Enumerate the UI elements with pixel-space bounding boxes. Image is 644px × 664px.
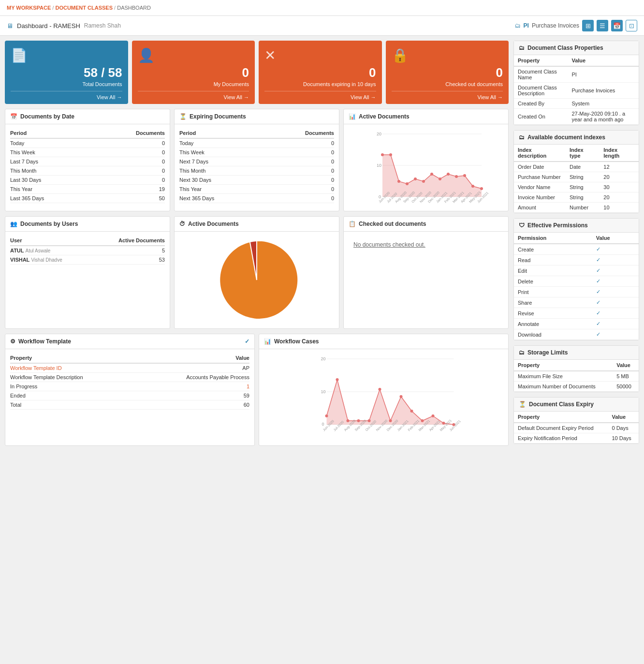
active-docs-chart-widget: 📊 Active Documents 20 10 0 bbox=[343, 109, 509, 211]
top-bar: 🖥 Dashboard - RAMESH Ramesh Shah 🗂 PI Pu… bbox=[0, 16, 644, 36]
table-row: AmountNumber10 bbox=[514, 203, 639, 213]
users-icon: 👥 bbox=[10, 221, 17, 227]
breadcrumb-part3: DASHBOARD bbox=[117, 5, 151, 11]
count-cell: 0 bbox=[94, 138, 165, 148]
users-col2: Active Documents bbox=[92, 236, 165, 246]
period-cell: Next 365 Days bbox=[179, 194, 264, 203]
count-cell: 0 bbox=[264, 138, 334, 148]
ai-col2: Index type bbox=[566, 145, 600, 162]
doc-class-properties-header: 🗂 Document Class Properties bbox=[514, 41, 639, 55]
table-row: Document Class NamePI bbox=[514, 66, 639, 83]
count-cell: 0 bbox=[264, 148, 334, 157]
ep-value-cell: ✓ bbox=[592, 276, 639, 287]
docs-by-date-col1: Period bbox=[10, 128, 94, 138]
workflow-template-body: Property Value Workflow Template IDAPWor… bbox=[5, 349, 254, 413]
sl-property-cell: Maximum Number of Documents bbox=[514, 382, 613, 392]
ai-length-cell: 10 bbox=[600, 203, 639, 213]
table-row: Maximum File Size5 MB bbox=[514, 371, 639, 382]
widgets-row-2: 👥 Documents by Users User Active Documen… bbox=[5, 216, 509, 329]
dcp-value-cell: PI bbox=[568, 66, 639, 83]
ep-value-cell: ✓ bbox=[592, 308, 639, 319]
dce-property-cell: Expiry Notification Period bbox=[514, 433, 608, 443]
list-view-button[interactable]: ☰ bbox=[597, 20, 608, 31]
available-indexes-header: 🗂 Available document indexes bbox=[514, 131, 639, 145]
widgets-row-1: 📅 Documents by Date Period Documents Tod… bbox=[5, 109, 509, 211]
ai-type-cell: String bbox=[566, 182, 600, 192]
ep-permission-cell: Annotate bbox=[514, 319, 592, 329]
user-name: Ramesh Shah bbox=[84, 22, 121, 29]
table-row: Maximum Number of Documents50000 bbox=[514, 382, 639, 392]
dce-value-cell: 0 Days bbox=[608, 423, 639, 433]
svg-text:20: 20 bbox=[321, 356, 326, 361]
dcp-value-cell: 27-May-2020 09:10 . a year and a month a… bbox=[568, 109, 639, 125]
pie-container bbox=[175, 232, 339, 328]
checkout-icon: 📋 bbox=[349, 221, 356, 227]
pi-icon: 🗂 bbox=[515, 22, 521, 29]
grid-view-button[interactable]: ⊞ bbox=[582, 20, 594, 31]
settings-button[interactable]: ⊡ bbox=[626, 20, 637, 31]
ep-value-cell: ✓ bbox=[592, 266, 639, 276]
no-docs-message: No documents checked out. bbox=[344, 232, 508, 258]
expiring-docs-title: Expiring Documents bbox=[190, 113, 246, 120]
pie-svg bbox=[213, 236, 300, 324]
table-row: Workflow Template DescriptionAccounts Pa… bbox=[10, 373, 249, 382]
my-docs-viewall[interactable]: View All → bbox=[138, 91, 249, 100]
table-row: VISHAL Vishal Dhadve 53 bbox=[10, 255, 165, 265]
expiry-icon: ⏳ bbox=[519, 401, 526, 408]
count-cell: 0 bbox=[264, 157, 334, 166]
doc-class-expiry-title: Document Class Expiry bbox=[529, 401, 594, 408]
ai-length-cell: 30 bbox=[600, 182, 639, 192]
docs-by-users-table: User Active Documents ATUL Atul Aswale 5 bbox=[10, 236, 165, 265]
svg-point-50 bbox=[410, 410, 413, 413]
breadcrumb-part1[interactable]: MY WORKSPACE bbox=[7, 5, 51, 11]
count-cell: 0 bbox=[94, 157, 165, 166]
count-cell: 0 bbox=[264, 176, 334, 185]
svg-point-19 bbox=[480, 187, 483, 190]
dcp-value-cell: Purchase Invoices bbox=[568, 83, 639, 99]
calendar-view-button[interactable]: 📅 bbox=[611, 20, 623, 31]
workflow-check-icon: ✓ bbox=[245, 338, 249, 345]
total-docs-viewall[interactable]: View All → bbox=[11, 91, 122, 100]
ai-desc-cell: Order Date bbox=[514, 162, 566, 172]
checked-out-value: 0 bbox=[392, 65, 503, 80]
svg-point-46 bbox=[368, 419, 371, 422]
table-row: Expiry Notification Period10 Days bbox=[514, 433, 639, 443]
pie-chart-icon: ⏱ bbox=[179, 221, 185, 227]
table-row: Next 365 Days0 bbox=[179, 194, 334, 203]
stat-card-total: 📄 58 / 58 Total Documents View All → bbox=[5, 41, 128, 104]
user-vishal: VISHAL Vishal Dhadve bbox=[10, 255, 92, 265]
expiring-viewall[interactable]: View All → bbox=[264, 91, 376, 100]
table-row: Next 30 Days0 bbox=[179, 176, 334, 185]
main-content: 📄 58 / 58 Total Documents View All → 👤 0… bbox=[0, 36, 644, 456]
count-cell: 0 bbox=[94, 166, 165, 176]
table-row: Created BySystem bbox=[514, 99, 639, 109]
breadcrumb: MY WORKSPACE / DOCUMENT CLASSES / DASHBO… bbox=[0, 0, 644, 16]
workflow-cases-body: 20 10 0 bbox=[259, 349, 508, 445]
wf-property-cell: Workflow Template ID bbox=[10, 363, 138, 373]
ep-permission-cell: Delete bbox=[514, 276, 592, 287]
svg-point-15 bbox=[447, 173, 450, 176]
wf-value-cell: 60 bbox=[138, 400, 249, 410]
wf-value-cell: AP bbox=[138, 363, 249, 373]
effective-permissions-title: Effective Permissions bbox=[527, 222, 588, 229]
wf-value-cell: 1 bbox=[138, 382, 249, 391]
wf-property-cell: Workflow Template Description bbox=[10, 373, 138, 382]
dcp-property-cell: Document Class Description bbox=[514, 83, 568, 99]
dashboard-label: Dashboard - RAMESH bbox=[17, 22, 80, 30]
wf-col2: Value bbox=[138, 353, 249, 363]
table-row: This Week0 bbox=[10, 148, 165, 157]
storage-limits-table: Property Value Maximum File Size5 MBMaxi… bbox=[514, 360, 639, 392]
my-docs-value: 0 bbox=[138, 65, 249, 80]
table-row: Default Document Expiry Period0 Days bbox=[514, 423, 639, 433]
workflow-cases-icon: 📊 bbox=[264, 338, 271, 345]
expiring-value: 0 bbox=[264, 65, 376, 80]
breadcrumb-part2[interactable]: DOCUMENT CLASSES bbox=[55, 5, 113, 11]
wf-value-cell: 59 bbox=[138, 391, 249, 400]
svg-point-52 bbox=[432, 414, 435, 417]
dcp-property-cell: Created By bbox=[514, 99, 568, 109]
checked-out-viewall[interactable]: View All → bbox=[392, 91, 503, 100]
checked-out-label: Checked out documents bbox=[392, 81, 503, 87]
stat-card-my-docs: 👤 0 My Documents View All → bbox=[132, 41, 255, 104]
table-row: Ended59 bbox=[10, 391, 249, 400]
ep-value-cell: ✓ bbox=[592, 319, 639, 329]
